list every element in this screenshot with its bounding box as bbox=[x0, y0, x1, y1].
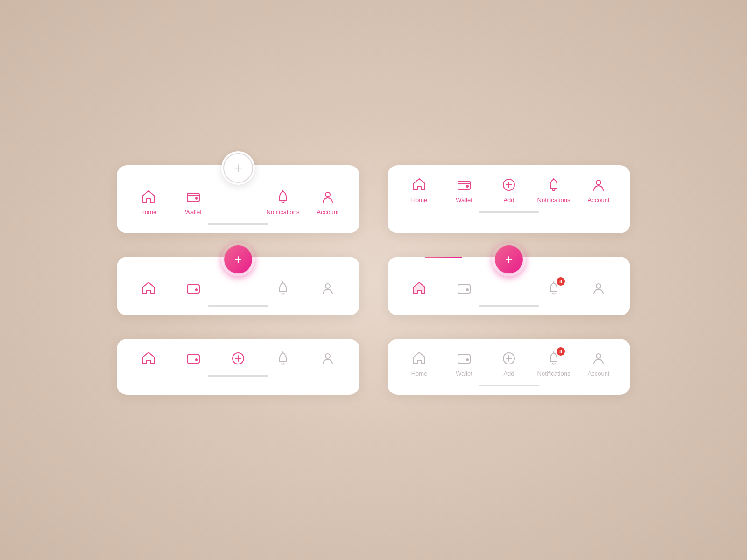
nav-item-account-3[interactable] bbox=[305, 279, 350, 298]
svg-point-32 bbox=[596, 354, 601, 358]
home-icon-6 bbox=[410, 349, 429, 368]
fab-button-1[interactable]: + bbox=[221, 151, 255, 185]
fab-button-4[interactable]: + bbox=[492, 243, 526, 276]
nav-items-2: Home Wallet bbox=[397, 175, 621, 208]
nav-item-home-1[interactable]: Home bbox=[126, 188, 171, 216]
fab-button-3[interactable]: + bbox=[221, 243, 255, 276]
scroll-indicator-1 bbox=[208, 223, 268, 225]
person-icon bbox=[318, 188, 337, 206]
home-icon-3 bbox=[139, 279, 158, 298]
nav-item-account-6[interactable]: Account bbox=[576, 349, 621, 377]
home-icon-5 bbox=[139, 349, 158, 368]
wallet-label-2: Wallet bbox=[456, 196, 472, 203]
nav-items-1: Home Wallet bbox=[126, 188, 350, 220]
nav-item-add-6[interactable]: Add bbox=[486, 349, 531, 377]
nav-item-notifications-6[interactable]: 8 Notifications bbox=[531, 349, 576, 377]
nav-item-wallet-2[interactable]: Wallet bbox=[442, 175, 486, 203]
nav-items-6: Home Wallet bbox=[397, 349, 621, 382]
add-circle-icon bbox=[500, 175, 518, 194]
nav-item-account-1[interactable]: Account bbox=[305, 188, 350, 216]
navbar-card-5 bbox=[117, 339, 359, 395]
navbar-showcase: + Home Wallet bbox=[117, 165, 630, 395]
account-label-1: Account bbox=[317, 209, 339, 216]
navbar-card-4: + bbox=[388, 257, 630, 315]
svg-point-18 bbox=[596, 284, 601, 288]
notification-badge-6: 8 bbox=[557, 347, 565, 356]
svg-point-25 bbox=[325, 354, 330, 358]
person-icon-5 bbox=[318, 349, 337, 368]
notifications-label-2: Notifications bbox=[537, 196, 571, 203]
person-icon-6 bbox=[589, 349, 608, 368]
nav-item-wallet-3[interactable] bbox=[171, 279, 216, 298]
navbar-card-2: Home Wallet bbox=[388, 165, 630, 233]
nav-item-account-4[interactable] bbox=[576, 279, 621, 298]
nav-item-add-2[interactable]: Add bbox=[486, 175, 531, 203]
home-label-6: Home bbox=[411, 370, 428, 377]
nav-item-home-3[interactable] bbox=[126, 279, 171, 298]
nav-item-notifications-4[interactable]: 8 bbox=[531, 279, 576, 298]
scroll-indicator-5 bbox=[208, 375, 268, 377]
wallet-icon bbox=[184, 188, 203, 206]
notifications-wrap-4: 8 bbox=[544, 279, 563, 298]
home-label-2: Home bbox=[411, 196, 428, 203]
nav-item-add-5[interactable] bbox=[216, 349, 261, 368]
nav-items-4: 8 bbox=[397, 279, 621, 302]
svg-point-1 bbox=[196, 197, 197, 199]
navbar-card-6: Home Wallet bbox=[388, 339, 630, 395]
nav-items-3 bbox=[126, 279, 350, 302]
nav-item-wallet-4[interactable] bbox=[442, 279, 486, 298]
person-icon-2 bbox=[589, 175, 608, 194]
person-icon-4 bbox=[589, 279, 608, 298]
scroll-indicator-2 bbox=[479, 211, 539, 213]
add-label-2: Add bbox=[503, 196, 514, 203]
notifications-label-1: Notifications bbox=[267, 209, 300, 216]
scroll-indicator-3 bbox=[208, 305, 268, 307]
home-icon-2 bbox=[410, 175, 429, 194]
nav-item-wallet-1[interactable]: Wallet bbox=[171, 188, 216, 216]
bell-icon-2 bbox=[544, 175, 563, 194]
nav-item-notifications-1[interactable]: Notifications bbox=[261, 188, 305, 216]
nav-item-account-5[interactable] bbox=[305, 349, 350, 368]
svg-point-27 bbox=[466, 359, 468, 361]
svg-point-5 bbox=[466, 185, 468, 187]
wallet-icon-6 bbox=[455, 349, 473, 368]
svg-point-10 bbox=[596, 180, 601, 185]
active-indicator-4 bbox=[425, 257, 462, 258]
svg-point-3 bbox=[325, 192, 330, 197]
nav-item-home-6[interactable]: Home bbox=[397, 349, 442, 377]
wallet-icon-3 bbox=[184, 279, 203, 298]
account-label-6: Account bbox=[588, 370, 610, 377]
wallet-label-1: Wallet bbox=[185, 209, 202, 216]
nav-item-home-4[interactable] bbox=[397, 279, 442, 298]
navbar-card-3: + bbox=[117, 257, 359, 315]
notifications-label-6: Notifications bbox=[537, 370, 571, 377]
nav-item-home-2[interactable]: Home bbox=[397, 175, 442, 203]
bell-icon-5 bbox=[274, 349, 292, 368]
home-icon bbox=[139, 188, 158, 206]
nav-item-home-5[interactable] bbox=[126, 349, 171, 368]
nav-item-wallet-6[interactable]: Wallet bbox=[442, 349, 486, 377]
home-icon-4 bbox=[410, 279, 429, 298]
navbar-card-1: + Home Wallet bbox=[117, 165, 359, 233]
wallet-icon-2 bbox=[455, 175, 473, 194]
bell-icon bbox=[274, 188, 292, 206]
account-label-2: Account bbox=[588, 196, 610, 203]
add-circle-icon-6 bbox=[500, 349, 518, 368]
wallet-icon-4 bbox=[455, 279, 473, 298]
add-label-6: Add bbox=[503, 370, 514, 377]
svg-point-20 bbox=[196, 359, 197, 361]
wallet-label-6: Wallet bbox=[456, 370, 472, 377]
wallet-icon-5 bbox=[184, 349, 203, 368]
home-label-1: Home bbox=[141, 209, 157, 216]
nav-item-notifications-2[interactable]: Notifications bbox=[531, 175, 576, 203]
nav-item-notifications-3[interactable] bbox=[261, 279, 305, 298]
notifications-wrap-6: 8 bbox=[544, 349, 563, 368]
nav-items-5 bbox=[126, 349, 350, 372]
nav-item-wallet-5[interactable] bbox=[171, 349, 216, 368]
nav-item-notifications-5[interactable] bbox=[261, 349, 305, 368]
svg-point-14 bbox=[325, 284, 330, 288]
nav-item-account-2[interactable]: Account bbox=[576, 175, 621, 203]
scroll-indicator-4 bbox=[479, 305, 539, 307]
person-icon-3 bbox=[318, 279, 337, 298]
scroll-indicator-6 bbox=[479, 385, 539, 386]
